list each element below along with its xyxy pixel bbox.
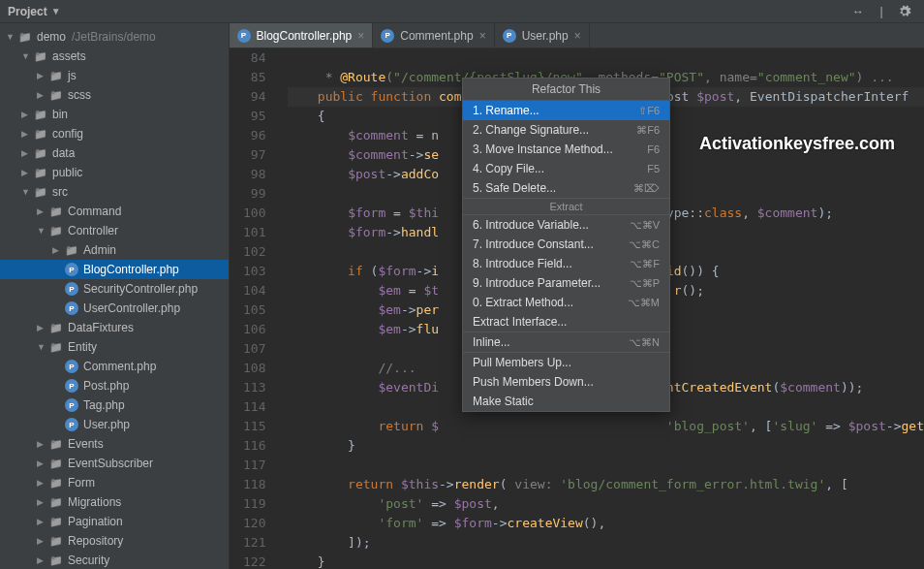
folder-item[interactable]: ▼Entity <box>0 337 229 357</box>
expand-arrow-icon[interactable]: ▶ <box>21 168 33 177</box>
context-menu-item[interactable]: Make Static <box>463 392 669 411</box>
close-icon[interactable]: × <box>574 29 581 43</box>
file-item[interactable]: PBlogController.php <box>0 260 229 279</box>
folder-item[interactable]: ▶Security <box>0 551 229 569</box>
file-item[interactable]: PSecurityController.php <box>0 279 229 299</box>
folder-item[interactable]: ▶bin <box>0 105 229 124</box>
tab-label: User.php <box>522 29 569 43</box>
close-icon[interactable]: × <box>357 29 364 43</box>
tree-item-label: Pagination <box>68 515 123 528</box>
expand-arrow-icon[interactable]: ▶ <box>52 245 64 255</box>
project-toolbar-label[interactable]: Project <box>8 5 47 18</box>
expand-arrow-icon[interactable]: ▼ <box>37 342 48 352</box>
folder-item[interactable]: ▼Controller <box>0 221 229 240</box>
expand-arrow-icon[interactable]: ▶ <box>37 555 48 565</box>
expand-arrow-icon[interactable]: ▶ <box>37 71 48 80</box>
tab-label: BlogController.php <box>257 29 353 43</box>
context-menu-item[interactable]: 5. Safe Delete...⌘⌦ <box>463 178 669 198</box>
context-menu-item[interactable]: 1. Rename...⇧F6 <box>463 101 669 120</box>
php-file-icon: P <box>503 29 516 43</box>
folder-item[interactable]: ▶scss <box>0 85 229 105</box>
file-item[interactable]: PUser.php <box>0 415 229 434</box>
code-line[interactable]: 'form' => $form->createView(), <box>288 514 925 533</box>
expand-arrow-icon[interactable]: ▼ <box>37 226 48 236</box>
expand-arrow-icon[interactable]: ▶ <box>21 148 33 158</box>
code-line[interactable]: return $ 'blog_post', ['slug' => $post->… <box>288 417 925 436</box>
folder-item[interactable]: ▶DataFixtures <box>0 318 229 337</box>
folder-item[interactable]: ▶data <box>0 143 229 163</box>
expand-arrow-icon[interactable]: ▶ <box>37 458 48 468</box>
file-item[interactable]: PTag.php <box>0 395 229 415</box>
context-menu-item[interactable]: Push Members Down... <box>463 372 669 392</box>
expand-arrow-icon[interactable]: ▶ <box>37 517 48 526</box>
collapse-icon[interactable]: ↔ <box>850 4 866 19</box>
context-menu-item[interactable]: 7. Introduce Constant...⌥⌘C <box>463 235 669 254</box>
context-menu-item[interactable]: Extract Interface... <box>463 312 669 332</box>
tree-item-label: assets <box>52 49 86 63</box>
editor-tab[interactable]: PComment.php× <box>373 23 494 47</box>
folder-item[interactable]: ▶Command <box>0 202 229 221</box>
expand-arrow-icon[interactable]: ▶ <box>37 536 48 546</box>
code-line[interactable]: ]); <box>288 533 925 553</box>
expand-arrow-icon[interactable]: ▶ <box>37 206 48 216</box>
code-line[interactable]: 'post' => $post, <box>288 494 925 514</box>
context-menu-item[interactable]: 8. Introduce Field...⌥⌘F <box>463 254 669 273</box>
context-menu-item[interactable]: Inline...⌥⌘N <box>463 332 669 352</box>
folder-item[interactable]: ▶Pagination <box>0 512 229 531</box>
folder-item[interactable]: ▶config <box>0 124 229 143</box>
context-menu-item[interactable]: 0. Extract Method...⌥⌘M <box>463 293 669 312</box>
folder-item[interactable]: ▶js <box>0 66 229 85</box>
menu-item-label: Pull Members Up... <box>473 356 660 369</box>
expand-arrow-icon[interactable]: ▶ <box>21 129 33 139</box>
folder-item[interactable]: ▶EventSubscriber <box>0 454 229 473</box>
expand-arrow-icon[interactable]: ▼ <box>21 187 33 197</box>
refactor-context-menu[interactable]: Refactor This 1. Rename...⇧F62. Change S… <box>462 78 670 412</box>
context-menu-item[interactable]: 3. Move Instance Method...F6 <box>463 140 669 159</box>
file-item[interactable]: PPost.php <box>0 376 229 395</box>
folder-item[interactable]: ▶public <box>0 163 229 182</box>
tree-item-label: src <box>52 185 68 199</box>
close-icon[interactable]: × <box>479 29 486 43</box>
file-item[interactable]: PComment.php <box>0 357 229 376</box>
tree-item-label: Tag.php <box>83 398 125 412</box>
expand-arrow-icon[interactable]: ▶ <box>37 90 48 100</box>
tree-item-label: DataFixtures <box>68 321 134 334</box>
expand-arrow-icon[interactable]: ▶ <box>37 497 48 507</box>
editor-tab[interactable]: PUser.php× <box>495 23 590 47</box>
folder-item[interactable]: ▶Admin <box>0 240 229 260</box>
tree-item-label: Migrations <box>68 495 121 509</box>
folder-item[interactable]: ▶Repository <box>0 531 229 551</box>
context-menu-item[interactable]: 4. Copy File...F5 <box>463 159 669 178</box>
context-menu-item[interactable]: Pull Members Up... <box>463 353 669 372</box>
context-menu-item[interactable]: 2. Change Signature...⌘F6 <box>463 120 669 140</box>
tree-item-label: SecurityController.php <box>83 282 198 296</box>
context-menu-item[interactable]: 9. Introduce Parameter...⌥⌘P <box>463 273 669 293</box>
expand-arrow-icon[interactable]: ▼ <box>21 51 33 61</box>
project-root[interactable]: ▼ demo /JetBrains/demo <box>0 27 229 47</box>
project-tree[interactable]: ▼ demo /JetBrains/demo ▼assets▶js▶scss▶b… <box>0 23 230 569</box>
expand-arrow-icon[interactable]: ▶ <box>37 439 48 449</box>
gutter: 8485949596979899100101102103104105106107… <box>230 48 278 569</box>
code-line[interactable]: } <box>288 436 925 456</box>
folder-item[interactable]: ▶Migrations <box>0 492 229 512</box>
folder-item[interactable]: ▶Form <box>0 473 229 492</box>
expand-arrow-icon[interactable]: ▶ <box>37 478 48 488</box>
code-line[interactable] <box>288 48 925 68</box>
expand-arrow-icon[interactable]: ▶ <box>37 323 48 332</box>
line-number: 120 <box>230 514 266 533</box>
folder-item[interactable]: ▶Events <box>0 434 229 454</box>
folder-item[interactable]: ▼src <box>0 182 229 202</box>
folder-item[interactable]: ▼assets <box>0 47 229 66</box>
context-menu-item[interactable]: 6. Introduce Variable...⌥⌘V <box>463 215 669 235</box>
code-line[interactable] <box>288 456 925 475</box>
menu-item-label: 6. Introduce Variable... <box>473 218 630 232</box>
gear-icon[interactable] <box>897 4 912 19</box>
expand-arrow-icon[interactable]: ▶ <box>21 110 33 119</box>
code-line[interactable]: return $this->render( view: 'blog/commen… <box>288 475 925 494</box>
chevron-down-icon[interactable]: ▼ <box>51 6 61 16</box>
editor-tab[interactable]: PBlogController.php× <box>230 23 374 47</box>
file-item[interactable]: PUserController.php <box>0 299 229 318</box>
menu-item-label: 3. Move Instance Method... <box>473 142 647 156</box>
line-number: 122 <box>230 553 266 569</box>
code-line[interactable]: } <box>288 553 925 569</box>
